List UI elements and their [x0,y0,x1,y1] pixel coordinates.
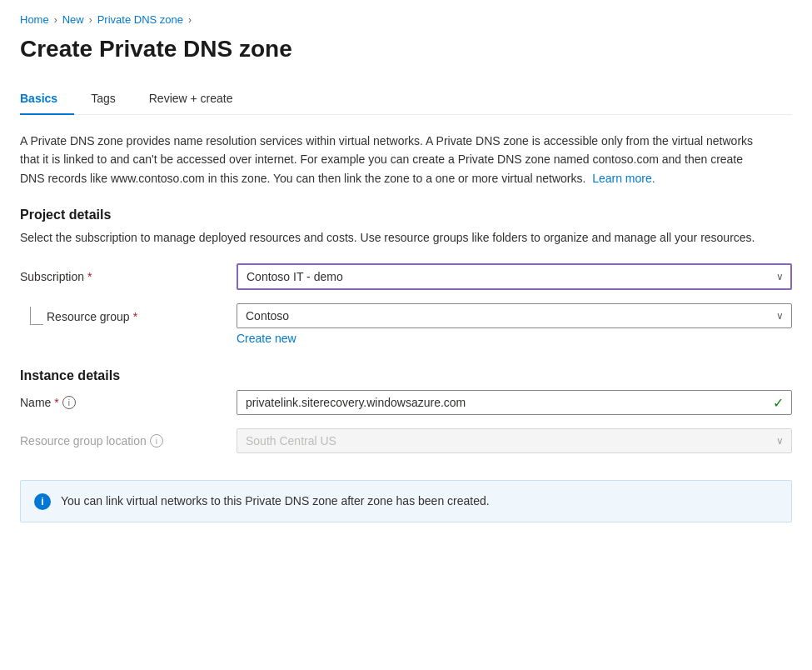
location-control-wrapper: South Central US ∨ [237,428,792,453]
breadcrumb: Home › New › Private DNS zone › [20,13,792,26]
name-required: * [54,396,58,409]
project-details-heading: Project details [20,208,792,222]
tab-basics[interactable]: Basics [20,83,74,115]
subscription-control-wrapper: Contoso IT - demo ∨ [237,263,792,290]
tabs-bar: Basics Tags Review + create [20,82,792,115]
resource-group-control-wrapper: Contoso ∨ [237,303,792,328]
resource-group-select[interactable]: Contoso [237,303,792,328]
breadcrumb-current[interactable]: Private DNS zone [97,13,183,26]
name-control-wrapper: ✓ [237,390,792,415]
create-new-link[interactable]: Create new [237,332,296,345]
name-valid-icon: ✓ [773,395,784,411]
location-label: Resource group location i [20,434,237,448]
info-box-icon: i [34,493,51,510]
resource-group-row: Resource group * Contoso ∨ [20,303,792,328]
location-row: Resource group location i South Central … [20,428,792,453]
info-box-text: You can link virtual networks to this Pr… [61,492,490,510]
location-select: South Central US [237,428,792,453]
breadcrumb-sep-2: › [89,14,92,26]
instance-details-heading: Instance details [20,368,792,383]
tab-review[interactable]: Review + create [149,83,250,115]
name-row: Name * i ✓ [20,390,792,415]
subscription-row: Subscription * Contoso IT - demo ∨ [20,263,792,290]
resource-group-required: * [133,310,137,323]
subscription-label: Subscription * [20,270,237,283]
info-box: i You can link virtual networks to this … [20,480,792,522]
breadcrumb-home[interactable]: Home [20,13,49,26]
subscription-required: * [87,270,92,283]
breadcrumb-sep-1: › [54,14,57,26]
name-label: Name * i [20,396,237,409]
indent-line [20,303,47,325]
name-input[interactable] [237,390,792,415]
breadcrumb-new[interactable]: New [62,13,84,26]
description-text: A Private DNS zone provides name resolut… [20,132,770,188]
resource-group-label: Resource group * [47,303,237,323]
breadcrumb-sep-3: › [188,14,192,26]
project-details-description: Select the subscription to manage deploy… [20,229,770,247]
tab-tags[interactable]: Tags [91,83,132,115]
name-info-icon[interactable]: i [62,396,76,409]
subscription-select[interactable]: Contoso IT - demo [237,263,792,290]
learn-more-link[interactable]: Learn more. [592,172,655,185]
page-title: Create Private DNS zone [20,36,792,62]
location-info-icon[interactable]: i [150,434,163,448]
